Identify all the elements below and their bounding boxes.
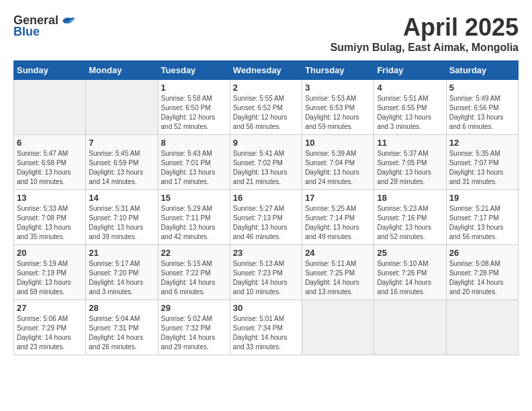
calendar-cell: 13Sunrise: 5:33 AMSunset: 7:08 PMDayligh… <box>14 190 86 245</box>
day-number: 26 <box>449 248 515 258</box>
day-header-tuesday: Tuesday <box>158 61 230 80</box>
calendar-week-row: 20Sunrise: 5:19 AMSunset: 7:19 PMDayligh… <box>14 245 519 300</box>
day-number: 16 <box>233 193 299 203</box>
calendar-cell: 21Sunrise: 5:17 AMSunset: 7:20 PMDayligh… <box>86 245 158 300</box>
calendar-cell: 2Sunrise: 5:55 AMSunset: 6:52 PMDaylight… <box>230 80 302 135</box>
calendar-cell <box>86 80 158 135</box>
day-number: 9 <box>233 138 299 148</box>
day-number: 7 <box>89 138 154 148</box>
day-number: 19 <box>449 193 515 203</box>
day-number: 13 <box>17 193 83 203</box>
calendar-week-row: 1Sunrise: 5:58 AMSunset: 6:50 PMDaylight… <box>14 80 519 135</box>
calendar-title: April 2025 <box>330 13 519 42</box>
day-info: Sunrise: 5:55 AMSunset: 6:52 PMDaylight:… <box>233 94 299 132</box>
day-info: Sunrise: 5:58 AMSunset: 6:50 PMDaylight:… <box>161 94 227 132</box>
day-info: Sunrise: 5:39 AMSunset: 7:04 PMDaylight:… <box>305 149 371 187</box>
day-info: Sunrise: 5:31 AMSunset: 7:10 PMDaylight:… <box>89 204 154 242</box>
day-number: 25 <box>377 248 443 258</box>
day-header-friday: Friday <box>374 61 446 80</box>
day-header-saturday: Saturday <box>446 61 518 80</box>
calendar-cell: 30Sunrise: 5:01 AMSunset: 7:34 PMDayligh… <box>230 300 302 355</box>
day-info: Sunrise: 5:25 AMSunset: 7:14 PMDaylight:… <box>305 204 371 242</box>
calendar-subtitle: Sumiyn Bulag, East Aimak, Mongolia <box>330 42 519 54</box>
calendar-cell: 8Sunrise: 5:43 AMSunset: 7:01 PMDaylight… <box>158 135 230 190</box>
calendar-header-row: SundayMondayTuesdayWednesdayThursdayFrid… <box>14 61 519 80</box>
day-info: Sunrise: 5:41 AMSunset: 7:02 PMDaylight:… <box>233 149 299 187</box>
calendar-cell: 18Sunrise: 5:23 AMSunset: 7:16 PMDayligh… <box>374 190 446 245</box>
day-number: 3 <box>305 83 371 93</box>
day-number: 23 <box>233 248 299 258</box>
calendar-cell: 26Sunrise: 5:08 AMSunset: 7:28 PMDayligh… <box>446 245 518 300</box>
day-header-sunday: Sunday <box>14 61 86 80</box>
calendar-cell: 5Sunrise: 5:49 AMSunset: 6:56 PMDaylight… <box>446 80 518 135</box>
logo-blue: Blue <box>13 25 40 39</box>
title-section: April 2025 Sumiyn Bulag, East Aimak, Mon… <box>330 13 519 54</box>
calendar-cell: 28Sunrise: 5:04 AMSunset: 7:31 PMDayligh… <box>86 300 158 355</box>
day-number: 5 <box>449 83 515 93</box>
calendar-cell: 15Sunrise: 5:29 AMSunset: 7:11 PMDayligh… <box>158 190 230 245</box>
day-info: Sunrise: 5:49 AMSunset: 6:56 PMDaylight:… <box>449 94 515 132</box>
day-number: 20 <box>17 248 83 258</box>
calendar-cell: 19Sunrise: 5:21 AMSunset: 7:17 PMDayligh… <box>446 190 518 245</box>
calendar-cell <box>446 300 518 355</box>
day-header-wednesday: Wednesday <box>230 61 302 80</box>
day-number: 2 <box>233 83 299 93</box>
day-number: 29 <box>161 303 227 313</box>
day-number: 4 <box>377 83 443 93</box>
calendar-cell: 29Sunrise: 5:02 AMSunset: 7:32 PMDayligh… <box>158 300 230 355</box>
day-info: Sunrise: 5:21 AMSunset: 7:17 PMDaylight:… <box>449 204 515 242</box>
day-number: 14 <box>89 193 154 203</box>
calendar-cell: 27Sunrise: 5:06 AMSunset: 7:29 PMDayligh… <box>14 300 86 355</box>
calendar-cell: 24Sunrise: 5:11 AMSunset: 7:25 PMDayligh… <box>302 245 374 300</box>
calendar-cell: 9Sunrise: 5:41 AMSunset: 7:02 PMDaylight… <box>230 135 302 190</box>
day-number: 28 <box>89 303 154 313</box>
day-info: Sunrise: 5:17 AMSunset: 7:20 PMDaylight:… <box>89 259 154 297</box>
logo: General Blue <box>13 13 76 39</box>
day-info: Sunrise: 5:15 AMSunset: 7:22 PMDaylight:… <box>161 259 227 297</box>
calendar-cell <box>302 300 374 355</box>
day-info: Sunrise: 5:19 AMSunset: 7:19 PMDaylight:… <box>17 259 83 297</box>
day-number: 11 <box>377 138 443 148</box>
day-info: Sunrise: 5:11 AMSunset: 7:25 PMDaylight:… <box>305 259 371 297</box>
day-info: Sunrise: 5:06 AMSunset: 7:29 PMDaylight:… <box>17 314 83 352</box>
day-number: 24 <box>305 248 371 258</box>
day-number: 30 <box>233 303 299 313</box>
day-info: Sunrise: 5:27 AMSunset: 7:13 PMDaylight:… <box>233 204 299 242</box>
calendar-cell <box>374 300 446 355</box>
day-header-thursday: Thursday <box>302 61 374 80</box>
calendar-cell: 22Sunrise: 5:15 AMSunset: 7:22 PMDayligh… <box>158 245 230 300</box>
day-info: Sunrise: 5:43 AMSunset: 7:01 PMDaylight:… <box>161 149 227 187</box>
page-header: General Blue April 2025 Sumiyn Bulag, Ea… <box>13 13 519 54</box>
day-info: Sunrise: 5:04 AMSunset: 7:31 PMDaylight:… <box>89 314 154 352</box>
day-info: Sunrise: 5:02 AMSunset: 7:32 PMDaylight:… <box>161 314 227 352</box>
day-info: Sunrise: 5:01 AMSunset: 7:34 PMDaylight:… <box>233 314 299 352</box>
day-info: Sunrise: 5:35 AMSunset: 7:07 PMDaylight:… <box>449 149 515 187</box>
calendar-week-row: 27Sunrise: 5:06 AMSunset: 7:29 PMDayligh… <box>14 300 519 355</box>
day-number: 15 <box>161 193 227 203</box>
calendar-cell: 6Sunrise: 5:47 AMSunset: 6:58 PMDaylight… <box>14 135 86 190</box>
calendar-table: SundayMondayTuesdayWednesdayThursdayFrid… <box>13 60 519 355</box>
calendar-cell: 12Sunrise: 5:35 AMSunset: 7:07 PMDayligh… <box>446 135 518 190</box>
calendar-cell: 25Sunrise: 5:10 AMSunset: 7:26 PMDayligh… <box>374 245 446 300</box>
day-number: 18 <box>377 193 443 203</box>
day-number: 1 <box>161 83 227 93</box>
calendar-cell <box>14 80 86 135</box>
calendar-cell: 11Sunrise: 5:37 AMSunset: 7:05 PMDayligh… <box>374 135 446 190</box>
day-number: 27 <box>17 303 83 313</box>
day-info: Sunrise: 5:08 AMSunset: 7:28 PMDaylight:… <box>449 259 515 297</box>
day-number: 22 <box>161 248 227 258</box>
day-number: 12 <box>449 138 515 148</box>
day-number: 17 <box>305 193 371 203</box>
logo-bird-icon <box>60 14 76 28</box>
day-info: Sunrise: 5:45 AMSunset: 6:59 PMDaylight:… <box>89 149 154 187</box>
day-info: Sunrise: 5:37 AMSunset: 7:05 PMDaylight:… <box>377 149 443 187</box>
day-info: Sunrise: 5:10 AMSunset: 7:26 PMDaylight:… <box>377 259 443 297</box>
calendar-week-row: 13Sunrise: 5:33 AMSunset: 7:08 PMDayligh… <box>14 190 519 245</box>
calendar-cell: 10Sunrise: 5:39 AMSunset: 7:04 PMDayligh… <box>302 135 374 190</box>
day-info: Sunrise: 5:29 AMSunset: 7:11 PMDaylight:… <box>161 204 227 242</box>
day-info: Sunrise: 5:33 AMSunset: 7:08 PMDaylight:… <box>17 204 83 242</box>
day-number: 8 <box>161 138 227 148</box>
calendar-cell: 1Sunrise: 5:58 AMSunset: 6:50 PMDaylight… <box>158 80 230 135</box>
calendar-cell: 17Sunrise: 5:25 AMSunset: 7:14 PMDayligh… <box>302 190 374 245</box>
calendar-cell: 14Sunrise: 5:31 AMSunset: 7:10 PMDayligh… <box>86 190 158 245</box>
